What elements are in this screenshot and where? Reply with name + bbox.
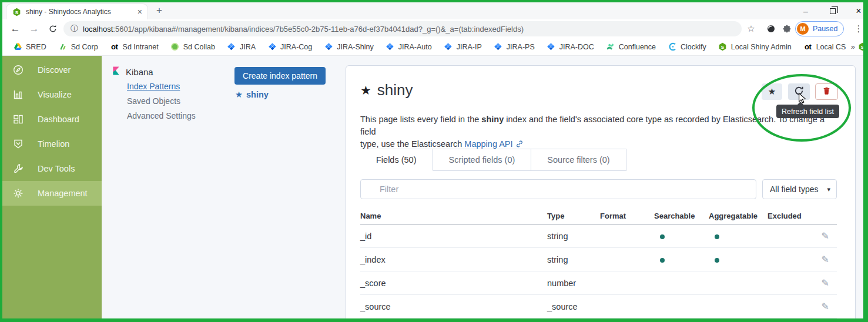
bookmark-item[interactable]: S Local Shiny Admin (712, 42, 797, 52)
address-bar[interactable]: ⓘ localhost:5601/app/kibana#/management/… (63, 21, 742, 36)
edit-pencil-icon[interactable]: ✎ (822, 301, 829, 311)
reload-icon[interactable] (47, 23, 59, 35)
bookmark-item[interactable]: JIRA-Cog (262, 42, 318, 52)
tooltip: Refresh field list (776, 105, 839, 118)
bookmark-item[interactable]: SRED (7, 42, 52, 52)
actions-cell: ✎ (813, 254, 837, 265)
bookmarks-overflow-chevron[interactable]: » (851, 42, 855, 51)
bookmark-label: JIRA-Cog (280, 43, 312, 51)
filter-input[interactable] (360, 179, 756, 199)
actions-cell: ✎ (813, 277, 837, 289)
bookmark-item[interactable]: ot Sd Intranet (104, 42, 165, 52)
bookmark-item[interactable]: JIRA-IP (438, 42, 488, 52)
tab-close-icon[interactable]: × (138, 8, 142, 16)
sidebar-item[interactable]: Management (2, 181, 102, 206)
site-info-icon[interactable]: ⓘ (71, 24, 78, 34)
management-nav-link[interactable]: Saved Objects (127, 96, 196, 106)
bookmark-label: Local CS (816, 43, 846, 51)
table-row: _score number ✎ (360, 271, 837, 295)
searchable-cell (654, 255, 709, 264)
management-nav-link[interactable]: Index Patterns (127, 82, 196, 91)
jira-icon (386, 42, 395, 52)
wrench-icon (12, 163, 24, 175)
edit-pencil-icon[interactable]: ✎ (822, 231, 829, 241)
fields-tabs: Fields (50) Scripted fields (0) Source f… (360, 149, 626, 171)
field-type-cell: _source (547, 302, 600, 311)
gear-icon (12, 187, 24, 199)
new-tab-button[interactable]: + (156, 5, 162, 16)
browser-tab[interactable]: S shiny - Shinydocs Analytics × (6, 4, 148, 19)
bookmark-item[interactable]: ot Local CS (797, 42, 852, 52)
set-default-star-button[interactable]: ★ (762, 83, 782, 100)
sidebar-item[interactable]: Dashboard (2, 107, 102, 132)
cursor-pointer (798, 93, 808, 106)
back-icon[interactable]: ← (9, 23, 21, 35)
field-type-dropdown[interactable]: All field types ▾ (762, 179, 837, 199)
tab[interactable]: Source filters (0) (531, 149, 626, 171)
trash-icon (822, 86, 831, 98)
page-title: ★ shiny (360, 81, 413, 99)
bookmark-item[interactable]: JIRA-Auto (380, 42, 438, 52)
aggregatable-cell (709, 302, 768, 311)
jira-icon (267, 42, 277, 52)
extensions-puzzle-icon[interactable] (781, 23, 793, 35)
bookmark-item[interactable]: JIRA-PS (488, 42, 541, 52)
create-index-pattern-button[interactable]: Create index pattern (234, 67, 326, 85)
field-type-cell: string (547, 232, 600, 241)
bookmark-label: JIRA-DOC (559, 43, 594, 51)
svg-text:S: S (15, 9, 18, 15)
opentext-icon: ot (803, 42, 813, 52)
management-nav-link[interactable]: Advanced Settings (127, 111, 196, 120)
compass-icon (12, 64, 24, 76)
bookmark-item[interactable]: Sd Collab (165, 42, 221, 52)
window-minimize-icon[interactable]: – (797, 4, 815, 18)
mapping-api-link[interactable]: Mapping API (464, 139, 512, 149)
sd-corp-icon (58, 42, 68, 52)
aggregatable-dot (715, 234, 719, 239)
browser-menu-icon[interactable]: ⋮ (853, 23, 864, 35)
timelion-icon (12, 138, 24, 150)
sidebar-item[interactable]: Dev Tools (2, 156, 102, 181)
edit-pencil-icon[interactable]: ✎ (822, 278, 829, 288)
avatar: M (797, 23, 809, 35)
sidebar-item[interactable]: Visualize (2, 82, 102, 107)
window-restore-icon[interactable] (824, 4, 842, 18)
tab[interactable]: Scripted fields (0) (433, 149, 532, 171)
jira-icon (547, 42, 556, 52)
link-icon (515, 139, 524, 149)
bookmark-item[interactable]: JIRA-DOC (541, 42, 600, 52)
bookmark-star-icon[interactable]: ☆ (745, 23, 757, 35)
clockify-icon (668, 42, 677, 52)
bookmark-item[interactable]: Clockify (662, 42, 712, 52)
window-close-icon[interactable]: × (850, 4, 867, 18)
delete-index-pattern-button[interactable] (815, 83, 838, 100)
edit-pencil-icon[interactable]: ✎ (822, 254, 829, 264)
extension-circle-icon[interactable] (765, 23, 777, 35)
bookmark-item[interactable]: JIRA (221, 42, 262, 52)
kibana-page: Discover Visualize Dashboard Timelion (2, 56, 863, 318)
bookmark-item[interactable]: Sd Corp (52, 42, 104, 52)
tab-title: shiny - Shinydocs Analytics (26, 8, 133, 16)
index-pattern-name: shiny (246, 90, 269, 99)
forward-icon[interactable]: → (28, 23, 40, 35)
index-pattern-title: shiny (377, 81, 413, 99)
kibana-logo-icon (112, 66, 120, 77)
star-filled-icon: ★ (360, 83, 371, 98)
browser-toolbar: ← → ⓘ localhost:5601/app/kibana#/managem… (2, 19, 863, 38)
bookmark-label: JIRA-PS (507, 43, 535, 51)
aggregatable-cell (709, 279, 768, 288)
drive-icon (13, 42, 22, 52)
table-row: _source _source ✎ (360, 295, 837, 318)
profile-button[interactable]: M Paused (795, 21, 844, 36)
bookmark-item[interactable]: JIRA-Shiny (318, 42, 380, 52)
table-header-cell: Type (547, 212, 600, 220)
sidebar-item[interactable]: Discover (2, 58, 102, 82)
management-nav-panel: Kibana Index Patterns Saved Objects Adva… (102, 56, 346, 318)
index-pattern-item[interactable]: ★ shiny (235, 90, 269, 99)
dashboard-icon (12, 113, 24, 125)
bookmark-item[interactable]: Confluence (600, 42, 662, 52)
field-name-cell: _source (360, 302, 547, 311)
sidebar-item[interactable]: Timelion (2, 132, 102, 156)
tab[interactable]: Fields (50) (360, 149, 433, 171)
bookmark-label: JIRA-Shiny (337, 43, 374, 51)
